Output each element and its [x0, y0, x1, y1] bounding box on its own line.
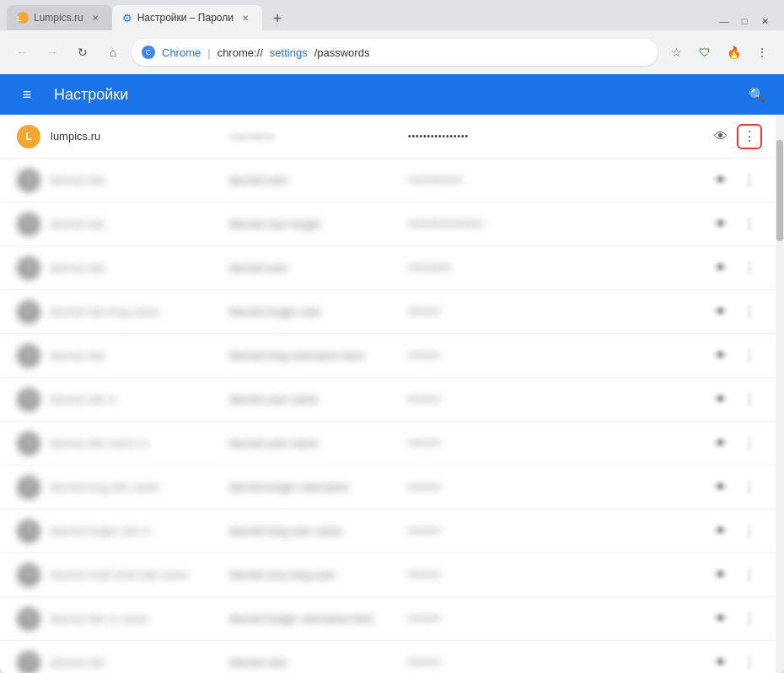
fire-button[interactable]: 🔥	[722, 40, 745, 64]
tab-settings[interactable]: ⚙ Настройки – Пароли ✕	[112, 5, 262, 30]
more-options-button-3[interactable]: ⋮	[737, 212, 762, 237]
more-vert-icon: ⋮	[743, 128, 756, 144]
url-brand: Chrome	[162, 46, 201, 59]
username-5: blurred longer user	[229, 305, 398, 318]
url-separator: |	[207, 46, 210, 59]
more-vert-icon-2: ⋮	[743, 172, 756, 188]
tab-settings-icon: ⚙	[122, 12, 132, 24]
fire-icon: 🔥	[727, 46, 741, 59]
password-row-6: ? blurred site blurred long username her…	[0, 334, 776, 378]
star-icon: ☆	[671, 46, 682, 59]
site-name-2: blurred site	[51, 174, 219, 186]
more-options-button-6[interactable]: ⋮	[737, 343, 762, 369]
forward-icon: →	[46, 46, 58, 59]
more-options-button-8[interactable]: ⋮	[737, 431, 762, 456]
forward-button[interactable]: →	[40, 40, 64, 64]
row-actions-lumpics: 👁 ⋮	[708, 124, 762, 149]
more-vert-icon-11: ⋮	[743, 567, 756, 583]
bookmark-button[interactable]: ☆	[664, 40, 688, 64]
username-10: blurred long user name	[229, 525, 398, 537]
password-row-lumpics: L lumpics.ru username •••••••••••••••• 👁…	[0, 115, 776, 159]
more-options-button-11[interactable]: ⋮	[737, 563, 762, 588]
home-button[interactable]: ⌂	[101, 40, 125, 64]
show-password-button-10[interactable]: 👁	[708, 519, 733, 544]
site-name-4: blurred site	[51, 261, 219, 274]
tab-close-lumpics[interactable]: ✕	[89, 11, 102, 24]
show-password-button-6[interactable]: 👁	[708, 343, 733, 369]
site-favicon-3: ?	[17, 213, 40, 236]
scrollbar-thumb[interactable]	[776, 140, 783, 241]
refresh-button[interactable]: ↻	[71, 40, 94, 64]
show-password-button-lumpics[interactable]: 👁	[708, 124, 733, 149]
show-password-button-2[interactable]: 👁	[708, 168, 733, 193]
show-password-button-11[interactable]: 👁	[708, 563, 733, 588]
more-vert-icon-7: ⋮	[743, 391, 756, 407]
site-favicon-12: ?	[17, 607, 40, 631]
address-bar: ← → ↻ ⌂ C Chrome | chrome://settings/pas…	[0, 30, 784, 74]
site-name-11: blurred multi word site name	[51, 568, 219, 581]
site-favicon-10: ?	[17, 520, 40, 543]
more-options-button-2[interactable]: ⋮	[737, 168, 762, 193]
show-password-button-12[interactable]: 👁	[708, 606, 733, 632]
browser-window: L Lumpics.ru ✕ ⚙ Настройки – Пароли ✕ + …	[0, 0, 784, 673]
show-password-button-9[interactable]: 👁	[708, 475, 733, 500]
show-password-button-4[interactable]: 👁	[708, 256, 733, 281]
eye-icon-10: 👁	[714, 524, 728, 539]
menu-button[interactable]: ⋮	[750, 40, 774, 64]
row-actions-13: 👁 ⋮	[708, 650, 762, 674]
settings-search-button[interactable]: 🔍	[744, 81, 771, 108]
more-options-button-5[interactable]: ⋮	[737, 299, 762, 325]
tab-label-settings: Настройки – Пароли	[137, 12, 234, 24]
main-content: ≡ Настройки 🔍 L lumpics.ru username ••••…	[0, 74, 784, 673]
username-9: blurred longer username	[229, 481, 398, 493]
username-7: blurred user name	[229, 393, 398, 406]
show-password-button-3[interactable]: 👁	[708, 212, 733, 237]
site-name-8: blurred site name ru	[51, 437, 219, 450]
url-bar[interactable]: C Chrome | chrome://settings/passwords	[132, 39, 658, 66]
url-path: chrome://	[217, 46, 263, 59]
site-name-5: blurred site long name	[51, 305, 219, 318]
site-favicon-11: ?	[17, 563, 40, 587]
passwords-list: L lumpics.ru username •••••••••••••••• 👁…	[0, 115, 776, 673]
password-10: ••••••	[408, 525, 698, 537]
settings-title: Настройки	[54, 86, 128, 104]
close-button[interactable]: ✕	[759, 15, 771, 27]
shield-button[interactable]: 🛡	[693, 40, 717, 64]
site-name-lumpics: lumpics.ru	[51, 130, 219, 143]
more-options-button-4[interactable]: ⋮	[737, 256, 762, 281]
password-3: ••••••••••••••	[408, 218, 698, 230]
back-button[interactable]: ←	[10, 40, 34, 64]
eye-icon-8: 👁	[714, 436, 728, 451]
more-options-button-7[interactable]: ⋮	[737, 387, 762, 412]
more-options-button-10[interactable]: ⋮	[737, 519, 762, 544]
site-name-10: blurred longer site ru	[51, 525, 219, 537]
more-options-button-12[interactable]: ⋮	[737, 606, 762, 632]
scrollbar[interactable]	[776, 115, 784, 673]
password-4: ••••••••	[408, 261, 698, 274]
show-password-button-8[interactable]: 👁	[708, 431, 733, 456]
more-options-button-13[interactable]: ⋮	[737, 650, 762, 674]
more-options-button-9[interactable]: ⋮	[737, 475, 762, 500]
password-6: ••••••	[408, 349, 698, 362]
site-favicon-lumpics: L	[17, 125, 40, 148]
hamburger-button[interactable]: ≡	[13, 81, 40, 108]
show-password-button-7[interactable]: 👁	[708, 387, 733, 412]
password-9: ••••••	[408, 481, 698, 493]
tab-label-lumpics: Lumpics.ru	[34, 12, 83, 24]
show-password-button-5[interactable]: 👁	[708, 299, 733, 325]
tab-close-settings[interactable]: ✕	[239, 11, 252, 24]
site-favicon-13: ?	[17, 651, 40, 674]
maximize-button[interactable]: □	[738, 15, 750, 27]
row-actions-2: 👁 ⋮	[708, 168, 762, 193]
show-password-button-13[interactable]: 👁	[708, 650, 733, 674]
more-icon: ⋮	[756, 46, 768, 59]
site-name-7: blurred site ru	[51, 393, 219, 406]
password-row-13: ? blurred site blurred user •••••• 👁 ⋮	[0, 641, 776, 673]
more-options-button-lumpics[interactable]: ⋮	[737, 124, 762, 149]
more-vert-icon-8: ⋮	[743, 435, 756, 451]
new-tab-button[interactable]: +	[266, 7, 289, 30]
tab-lumpics[interactable]: L Lumpics.ru ✕	[7, 5, 112, 30]
password-row-5: ? blurred site long name blurred longer …	[0, 290, 776, 334]
minimize-button[interactable]: —	[718, 15, 730, 27]
site-name-13: blurred site	[51, 656, 219, 669]
